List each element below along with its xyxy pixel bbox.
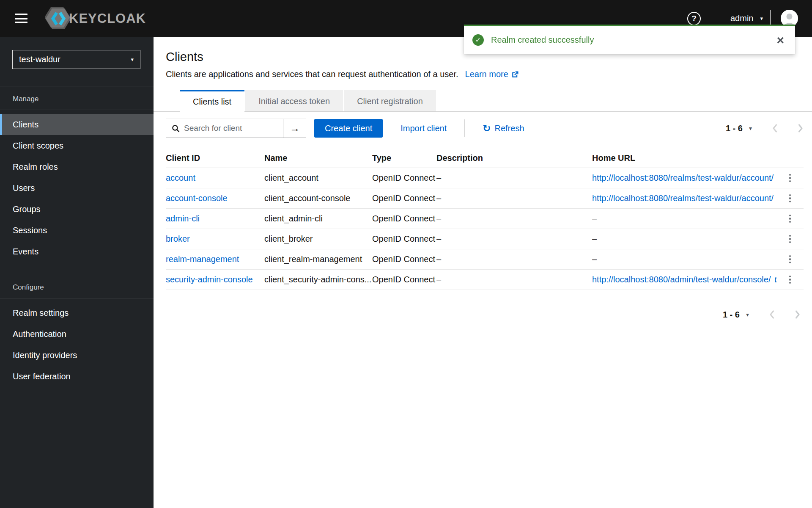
tab-client-registration[interactable]: Client registration — [344, 90, 436, 111]
client-description: – — [436, 193, 592, 203]
sidebar-item-identity-providers[interactable]: Identity providers — [0, 345, 154, 366]
sidebar-item-client-scopes[interactable]: Client scopes — [0, 135, 154, 156]
home-url-link[interactable]: http://localhost:8080/admin/test-waldur/… — [592, 275, 776, 284]
success-check-icon: ✓ — [472, 34, 484, 46]
page-description: Clients are applications and services th… — [166, 69, 804, 79]
table-row: realm-management client_realm-management… — [166, 249, 804, 270]
home-url-empty: – — [592, 234, 776, 244]
client-name: client_security-admin-cons... — [264, 275, 372, 284]
learn-more-link[interactable]: Learn more — [465, 69, 519, 79]
client-type: OpenID Connect — [372, 193, 436, 203]
brand-wordmark: KEYCLOAK — [69, 11, 146, 26]
sidebar-item-realm-settings[interactable]: Realm settings — [0, 302, 154, 323]
chevron-down-icon: ▾ — [131, 56, 134, 63]
import-client-link[interactable]: Import client — [401, 124, 447, 133]
arrow-right-icon: → — [290, 122, 300, 134]
table-row: account client_account OpenID Connect – … — [166, 168, 804, 188]
chevron-right-icon — [795, 309, 801, 320]
sidebar-item-groups[interactable]: Groups — [0, 199, 154, 220]
client-name: client_broker — [264, 234, 372, 244]
manage-nav: Clients Client scopes Realm roles Users … — [0, 110, 154, 262]
close-icon: × — [776, 33, 784, 47]
help-icon[interactable]: ? — [687, 12, 701, 25]
pagination-top: 1 - 6 ▾ — [726, 123, 804, 133]
refresh-button[interactable]: ↻ Refresh — [483, 124, 524, 133]
tabs: Clients list Initial access token Client… — [154, 90, 812, 112]
sidebar-item-authentication[interactable]: Authentication — [0, 323, 154, 345]
kebab-menu-button[interactable] — [785, 171, 796, 185]
previous-page-button[interactable] — [772, 123, 778, 133]
toast-title: Realm created successfully — [491, 35, 594, 45]
kebab-menu-button[interactable] — [785, 212, 796, 226]
sidebar: test-waldur ▾ Manage Clients Client scop… — [0, 37, 154, 508]
client-id-link[interactable]: account-console — [166, 193, 228, 203]
search-icon — [172, 124, 180, 133]
external-link-icon — [774, 276, 776, 283]
keycloak-logo: KEYCLOAK — [45, 7, 146, 30]
table-row: admin-cli client_admin-cli OpenID Connec… — [166, 209, 804, 229]
sidebar-item-users[interactable]: Users — [0, 177, 154, 199]
home-url-link[interactable]: http://localhost:8080/realms/test-waldur… — [592, 193, 776, 203]
next-page-button[interactable] — [798, 123, 804, 133]
kebab-menu-button[interactable] — [785, 253, 796, 266]
home-url-link[interactable]: http://localhost:8080/realms/test-waldur… — [592, 173, 776, 183]
realm-selector[interactable]: test-waldur ▾ — [12, 50, 140, 69]
keycloak-hexagon-icon — [45, 7, 71, 30]
sidebar-item-clients[interactable]: Clients — [0, 114, 154, 135]
chevron-left-icon — [769, 309, 775, 320]
kebab-menu-button[interactable] — [785, 232, 796, 246]
chevron-left-icon — [772, 123, 778, 133]
realm-selector-value: test-waldur — [19, 55, 60, 64]
pagination-bottom-wrap: 1 - 6 ▾ — [154, 309, 812, 320]
sidebar-item-realm-roles[interactable]: Realm roles — [0, 156, 154, 177]
sidebar-item-sessions[interactable]: Sessions — [0, 220, 154, 241]
client-id-link[interactable]: security-admin-console — [166, 275, 253, 284]
pagination-bottom: 1 - 6 ▾ — [723, 309, 801, 320]
client-name: client_account — [264, 173, 372, 183]
client-id-link[interactable]: admin-cli — [166, 214, 200, 223]
refresh-icon: ↻ — [483, 124, 491, 133]
toast-close-button[interactable]: × — [775, 34, 786, 47]
client-id-link[interactable]: realm-management — [166, 254, 239, 264]
client-description: – — [436, 214, 592, 224]
chevron-down-icon: ▾ — [760, 15, 763, 22]
client-id-link[interactable]: account — [166, 173, 195, 182]
create-client-button[interactable]: Create client — [314, 119, 383, 138]
client-type: OpenID Connect — [372, 254, 436, 264]
chevron-down-icon[interactable]: ▾ — [749, 125, 752, 132]
client-type: OpenID Connect — [372, 234, 436, 244]
pagination-range: 1 - 6 — [723, 310, 740, 320]
chevron-right-icon — [798, 123, 804, 133]
home-url-empty: – — [592, 254, 776, 264]
nav-section-manage: Manage — [0, 86, 154, 110]
search-box: → — [166, 119, 306, 138]
column-header-client-id: Client ID — [166, 153, 264, 163]
home-url-empty: – — [592, 214, 776, 224]
configure-nav: Realm settings Authentication Identity p… — [0, 298, 154, 387]
pagination-range: 1 - 6 — [726, 124, 743, 133]
external-link-icon — [511, 71, 519, 78]
table-row: security-admin-console client_security-a… — [166, 270, 804, 290]
sidebar-item-user-federation[interactable]: User federation — [0, 366, 154, 387]
client-name: client_realm-management — [264, 254, 372, 264]
tab-initial-access-token[interactable]: Initial access token — [245, 90, 343, 111]
client-type: OpenID Connect — [372, 173, 436, 183]
table-header-row: Client ID Name Type Description Home URL — [166, 149, 804, 168]
client-description: – — [436, 173, 592, 183]
client-type: OpenID Connect — [372, 275, 436, 284]
clients-table: Client ID Name Type Description Home URL… — [154, 149, 812, 290]
hamburger-menu-icon[interactable] — [15, 14, 27, 23]
chevron-down-icon[interactable]: ▾ — [746, 311, 749, 318]
client-id-link[interactable]: broker — [166, 234, 190, 243]
kebab-menu-button[interactable] — [785, 273, 796, 287]
table-row: account-console client_account-console O… — [166, 188, 804, 209]
column-header-type: Type — [372, 153, 436, 163]
column-header-description: Description — [436, 153, 592, 163]
sidebar-item-events[interactable]: Events — [0, 241, 154, 262]
tab-clients-list[interactable]: Clients list — [180, 90, 244, 112]
previous-page-button[interactable] — [769, 309, 775, 320]
search-submit-button[interactable]: → — [284, 119, 306, 138]
kebab-menu-button[interactable] — [785, 192, 796, 205]
search-input[interactable] — [180, 124, 283, 133]
next-page-button[interactable] — [795, 309, 801, 320]
